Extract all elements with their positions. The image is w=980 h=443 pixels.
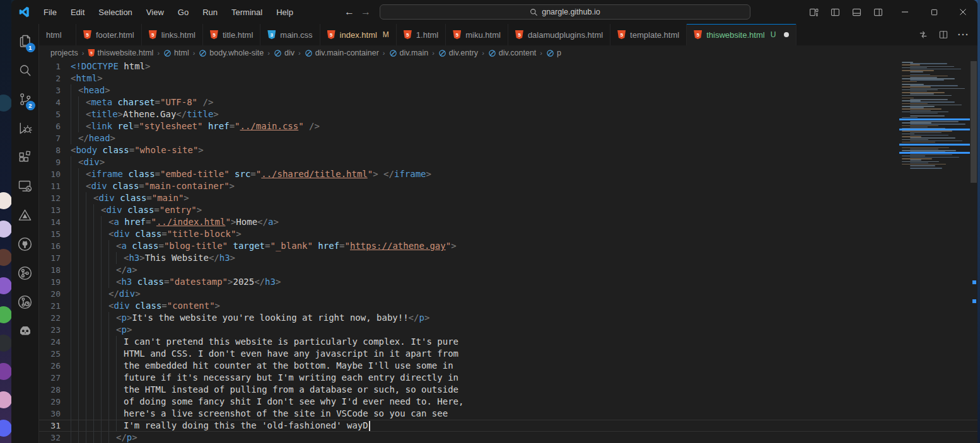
tab-links.html[interactable]: 5links.html: [142, 24, 203, 45]
menu-go[interactable]: Go: [172, 5, 194, 20]
line-number: 6: [39, 120, 61, 132]
tab-dalamudplugins.html[interactable]: 5dalamudplugins.html: [508, 24, 610, 45]
line-number: 28: [39, 384, 61, 396]
activitybar-triangle-extension-icon[interactable]: [11, 200, 39, 229]
close-button[interactable]: [948, 0, 977, 24]
tab-miku.html[interactable]: 5miku.html: [446, 24, 508, 45]
activitybar-github-icon[interactable]: [11, 229, 39, 258]
tab-title.html[interactable]: 5title.html: [203, 24, 260, 45]
code-line-23: 23<p>: [39, 324, 977, 336]
layout-controls: [805, 4, 887, 20]
breadcrumb-item-thiswebsite.html[interactable]: 5thiswebsite.html: [86, 49, 155, 57]
toggle-secondary-sidebar-icon[interactable]: [869, 4, 887, 20]
breadcrumb-label: body.whole-site: [209, 49, 264, 57]
activitybar-gitlens-icon[interactable]: [11, 287, 39, 316]
line-number: 21: [39, 300, 61, 312]
tab-label: 1.html: [416, 30, 438, 40]
activity-badge: 2: [26, 101, 35, 110]
open-changes-icon[interactable]: [914, 26, 932, 43]
title-bar: FileEditSelectionViewGoRunTerminalHelp ←…: [11, 0, 977, 24]
editor-scrollbar[interactable]: [970, 60, 977, 443]
activitybar-git-graph-icon[interactable]: [11, 258, 39, 287]
activitybar-source-control-icon[interactable]: 2: [11, 84, 39, 113]
code-editor[interactable]: 1<!DOCTYPE html>2<html>3<head>4<meta cha…: [39, 60, 977, 443]
symbol-element-icon: [199, 49, 207, 57]
breadcrumb: projects›5thiswebsite.html›html›body.who…: [39, 45, 977, 60]
css3-file-icon: 3: [267, 30, 276, 39]
tab-label: title.html: [223, 30, 253, 40]
toggle-primary-sidebar-icon[interactable]: [826, 4, 844, 20]
breadcrumb-item-div.main[interactable]: div.main: [388, 49, 430, 57]
menu-selection[interactable]: Selection: [93, 5, 137, 20]
line-number: 26: [39, 360, 61, 372]
code-line-28: 28the HTML instead of pulling from a dat…: [39, 384, 977, 396]
activitybar-search-icon[interactable]: [11, 55, 39, 84]
menu-file[interactable]: File: [38, 5, 62, 20]
toggle-panel-icon[interactable]: [848, 4, 865, 20]
activitybar-godot-icon[interactable]: [11, 316, 39, 345]
html5-file-icon: 5: [515, 30, 523, 39]
menu-view[interactable]: View: [141, 5, 170, 20]
customize-layout-icon[interactable]: [805, 4, 822, 20]
tab-template.html[interactable]: 5template.html: [610, 24, 687, 45]
menu-edit[interactable]: Edit: [65, 5, 90, 20]
tab-thiswebsite.html[interactable]: 5thiswebsite.htmlU: [687, 24, 796, 45]
minimize-button[interactable]: [890, 0, 919, 24]
code-line-14: 14<a href="../index.html">Home</a>: [39, 216, 977, 228]
line-number: 5: [39, 108, 61, 120]
symbol-element-icon: [163, 49, 172, 57]
navigate-forward-icon[interactable]: →: [361, 6, 371, 18]
line-number: 10: [39, 168, 61, 180]
tab-1.html[interactable]: 51.html: [397, 24, 446, 45]
code-line-20: 20</div>: [39, 288, 977, 300]
breadcrumb-item-div.entry[interactable]: div.entry: [437, 49, 479, 57]
breadcrumb-label: thiswebsite.html: [97, 49, 153, 57]
navigate-back-icon[interactable]: ←: [344, 6, 354, 18]
breadcrumb-item-div.main-container[interactable]: div.main-container: [303, 49, 380, 57]
breadcrumb-item-html[interactable]: html: [162, 49, 190, 57]
overview-ruler-marker: [972, 280, 976, 284]
code-line-4: 4<meta charset="UTF-8" />: [39, 96, 977, 108]
activitybar-extensions-icon[interactable]: [11, 142, 39, 171]
more-actions-icon[interactable]: ···: [955, 26, 972, 43]
line-number: 20: [39, 288, 61, 300]
tab-index.html[interactable]: 5index.htmlM: [320, 24, 397, 45]
background-dock-strip: [0, 0, 11, 443]
code-line-7: 7</head>: [39, 132, 977, 144]
breadcrumb-item-body.whole-site[interactable]: body.whole-site: [197, 49, 265, 57]
scrollbar-slider[interactable]: [971, 61, 977, 183]
breadcrumb-item-p[interactable]: p: [545, 49, 563, 57]
code-line-25: 25HTML and CSS. I don't even have any ja…: [39, 348, 977, 360]
breadcrumb-label: div.content: [499, 49, 537, 57]
menu-help[interactable]: Help: [271, 5, 299, 20]
unsaved-dot-icon[interactable]: [784, 32, 789, 37]
tab-label: miku.html: [465, 30, 501, 40]
tab-footer.html[interactable]: 5footer.html: [76, 24, 142, 45]
code-line-16: 16<a class="blog-title" target="_blank" …: [39, 240, 977, 252]
background-app-icon: [0, 306, 12, 323]
menu-terminal[interactable]: Terminal: [226, 5, 268, 20]
menu-run[interactable]: Run: [197, 5, 223, 20]
breadcrumb-item-div.content[interactable]: div.content: [487, 49, 538, 57]
html5-file-icon: 5: [404, 30, 412, 39]
background-app-icon: [0, 95, 12, 112]
breadcrumb-item-div[interactable]: div: [272, 49, 296, 57]
tab-main.css[interactable]: 3main.css: [260, 24, 320, 45]
minimap[interactable]: [899, 62, 970, 251]
activitybar-remote-explorer-icon[interactable]: [11, 171, 39, 200]
breadcrumb-separator: ›: [383, 49, 385, 57]
line-number: 19: [39, 276, 61, 288]
maximize-button[interactable]: [919, 0, 948, 24]
code-line-19: 19<h3 class="datestamp">2025</h3>: [39, 276, 977, 288]
code-line-18: 18</a>: [39, 264, 977, 276]
git-status-badge: M: [383, 30, 389, 39]
background-right-strip: [977, 0, 980, 443]
split-editor-icon[interactable]: [935, 26, 952, 43]
activitybar-run-debug-icon[interactable]: [11, 113, 39, 142]
breadcrumb-item-projects[interactable]: projects: [49, 49, 79, 57]
command-center-search[interactable]: gnargle.github.io: [380, 4, 750, 20]
symbol-element-icon: [488, 49, 496, 57]
line-number: 1: [39, 60, 61, 72]
tab-html[interactable]: html: [39, 24, 76, 45]
activitybar-explorer-icon[interactable]: 1: [11, 26, 39, 55]
